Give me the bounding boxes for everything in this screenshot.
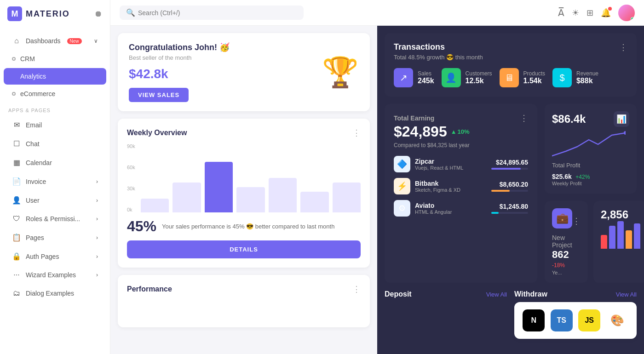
project-label: New Project — [552, 234, 581, 249]
sidebar-item-calendar[interactable]: ▦ Calendar — [4, 154, 106, 171]
transactions-menu-dots[interactable]: ⋮ — [619, 42, 627, 52]
chat-icon: ☐ — [12, 139, 21, 148]
javascript-logo[interactable]: JS — [578, 309, 600, 331]
bell-icon[interactable]: 🔔 — [601, 8, 611, 18]
project-icon: 💼 — [552, 208, 572, 228]
record-icon[interactable]: ⏺ — [94, 9, 103, 19]
sidebar-item-pages[interactable]: 📋 Pages › — [4, 228, 106, 246]
weekly-description: Your sales performance is 45% 😎 better c… — [162, 223, 334, 230]
customers-value: 12.5k — [466, 77, 492, 85]
bar-item — [269, 178, 297, 212]
typescript-logo[interactable]: TS — [551, 309, 573, 331]
weekly-profit-amount: $25.6k — [552, 173, 572, 180]
sidebar-item-label: Dialog Examples — [26, 290, 74, 297]
search-bar[interactable]: 🔍 — [120, 6, 304, 20]
chevron-right-icon: › — [96, 197, 98, 204]
withdraw-section: Withdraw View All N TS JS 🎨 — [514, 290, 637, 339]
weekly-title: Weekly Overview — [127, 129, 187, 137]
details-button[interactable]: DETAILS — [127, 240, 361, 258]
search-input[interactable] — [138, 9, 297, 17]
mini-bars — [601, 221, 640, 249]
sidebar-item-crm[interactable]: CRM — [4, 51, 106, 67]
customers-icon: 👤 — [442, 68, 461, 87]
sales-icon: ↗ — [394, 68, 413, 87]
performance-card: Performance ⋮ — [118, 275, 370, 327]
sidebar-item-invoice[interactable]: 📄 Invoice › — [4, 172, 106, 190]
performance-menu-dots[interactable]: ⋮ — [352, 284, 361, 294]
y-axis-labels: 90k 60k 30k 0k — [127, 143, 135, 212]
topbar-actions: A̅ ☀ ⊞ 🔔 — [558, 5, 635, 21]
congrats-title: Congratulations John! 🥳 — [129, 42, 230, 52]
right-panel: Transactions Total 48.5% growth 😎 this m… — [377, 26, 644, 354]
chart-icon[interactable]: 📊 — [614, 111, 629, 127]
sidebar-item-roles[interactable]: 🛡 Roles & Permissi... › — [4, 210, 106, 228]
sidebar-item-user[interactable]: 👤 User › — [4, 191, 106, 209]
earning-item-bitbank: ⚡ Bitbank Sketch, Figma & XD $8,650.20 — [394, 178, 528, 194]
translate-icon[interactable]: A̅ — [558, 7, 564, 18]
earning-menu-dots[interactable]: ⋮ — [520, 113, 528, 123]
weekly-percent: 45% — [127, 218, 156, 235]
profit-label: Total Profit — [552, 162, 629, 169]
congrats-amount: $42.8k — [129, 67, 230, 81]
weekly-menu-dots[interactable]: ⋮ — [352, 128, 361, 138]
revenue-label: Revenue — [576, 70, 598, 77]
performance-title: Performance — [127, 285, 172, 293]
earning-info: Zipcar Vuejs, React & HTML — [415, 158, 487, 171]
transactions-card: Transactions Total 48.5% growth 😎 this m… — [385, 33, 637, 97]
view-all-deposit[interactable]: View All — [486, 291, 507, 298]
performance-chart-placeholder — [127, 300, 361, 318]
weekly-profit-label: Weekly Profit — [552, 181, 629, 186]
sidebar-item-chat[interactable]: ☐ Chat — [4, 135, 106, 153]
grid-icon[interactable]: ⊞ — [586, 8, 593, 18]
sidebar-item-label: Pages — [26, 234, 44, 241]
company-name: Aviato — [415, 202, 487, 209]
bottom-row: Deposit View All Withdraw View All N TS … — [385, 290, 637, 339]
weekly-profit-growth: +42% — [575, 174, 590, 180]
sidebar-item-dialog[interactable]: 🗂 Dialog Examples — [4, 285, 106, 302]
notification-dot — [608, 7, 612, 11]
sales-label: Sales — [418, 70, 434, 77]
sidebar-item-email[interactable]: ✉ Email — [4, 116, 106, 134]
sidebar-item-analytics[interactable]: Analytics — [4, 68, 106, 85]
sales-value: 245k — [418, 77, 434, 85]
nextjs-logo[interactable]: N — [523, 309, 545, 331]
mini-bar-item — [601, 235, 607, 249]
dialog-icon: 🗂 — [12, 289, 21, 297]
chevron-right-icon: › — [96, 216, 98, 222]
deposit-section: Deposit View All — [385, 290, 507, 302]
aviato-logo: ⚙ — [394, 200, 410, 217]
avatar[interactable] — [618, 5, 635, 21]
trophy-icon: 🏆 — [322, 55, 359, 90]
mini-bar-item — [634, 223, 640, 249]
view-all-withdraw[interactable]: View All — [616, 291, 637, 298]
chevron-right-icon: › — [96, 178, 98, 185]
sidebar-item-ecommerce[interactable]: eCommerce — [4, 86, 106, 102]
company-name: Bitbank — [415, 180, 487, 187]
total-earning-card: Total Earning ⋮ $24,895 ▲ 10% Compared t… — [385, 104, 537, 283]
products-label: Products — [523, 70, 545, 77]
sidebar-item-label: Analytics — [20, 73, 46, 80]
bitbank-logo: ⚡ — [394, 178, 410, 194]
revenue-value: $88k — [576, 77, 598, 85]
logo-icon: M — [7, 6, 22, 21]
products-icon: 🖥 — [500, 68, 519, 87]
bar-item — [236, 187, 264, 212]
sidebar-item-wizard[interactable]: ··· Wizard Examples › — [4, 266, 106, 284]
withdraw-label: Withdraw — [514, 290, 547, 298]
calendar-icon: ▦ — [12, 158, 21, 167]
view-sales-button[interactable]: VIEW SALES — [129, 88, 189, 102]
wizard-icon: ··· — [12, 271, 21, 279]
right-column: $86.4k 📊 Total Profit $25.6k +42% — [545, 104, 637, 283]
company-type: HTML & Angular — [415, 209, 487, 215]
sun-icon[interactable]: ☀ — [572, 8, 579, 18]
sidebar-item-auth[interactable]: 🔒 Auth Pages › — [4, 247, 106, 265]
sidebar-item-label: Wizard Examples — [26, 271, 76, 279]
chevron-right-icon: › — [96, 253, 98, 260]
figma-logo[interactable]: 🎨 — [606, 309, 628, 331]
new-badge: New — [67, 38, 82, 44]
sidebar-item-dashboards[interactable]: ⌂ Dashboards New ∨ — [4, 32, 106, 50]
dot-icon — [12, 92, 16, 96]
sidebar-item-label: Email — [26, 121, 42, 129]
project-menu-dots[interactable]: ⋮ — [572, 216, 581, 226]
earning-growth-badge: ▲ 10% — [451, 128, 470, 135]
